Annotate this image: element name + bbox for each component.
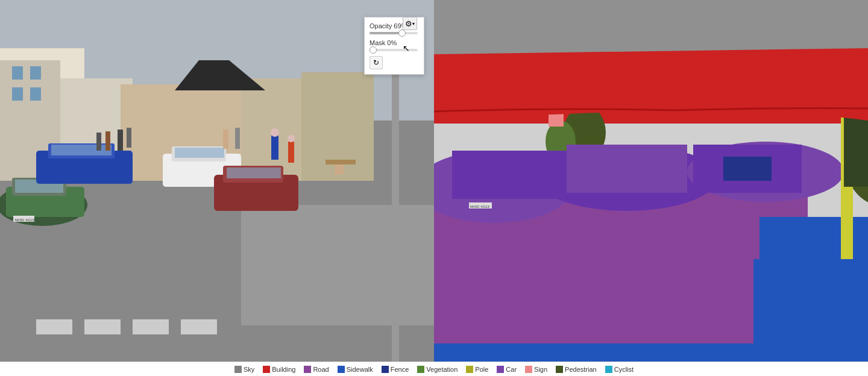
svg-rect-30 (227, 168, 281, 178)
legend-swatch-sidewalk (338, 366, 345, 373)
legend-item-car: Car (497, 366, 517, 373)
svg-rect-15 (133, 319, 169, 334)
mask-track[interactable] (370, 49, 418, 51)
legend-label-sky: Sky (244, 366, 254, 373)
legend-label-vegetation: Vegetation (426, 366, 458, 373)
legend-swatch-pole (466, 366, 473, 373)
legend-swatch-fence (382, 366, 389, 373)
svg-rect-36 (96, 133, 101, 151)
mask-label: Mask 0% (370, 39, 419, 46)
svg-rect-6 (12, 87, 23, 101)
svg-rect-32 (271, 136, 278, 160)
svg-point-33 (271, 128, 279, 137)
svg-text:M•SD 4G19: M•SD 4G19 (15, 218, 34, 222)
left-panel: M•SD 4G19 Opacity 69% Mask 0% ↻ (0, 0, 434, 362)
legend-label-road: Road (313, 366, 329, 373)
mask-control: Mask 0% (370, 39, 419, 51)
refresh-button[interactable]: ↻ (370, 56, 383, 69)
svg-rect-69 (434, 223, 753, 343)
svg-rect-14 (84, 319, 121, 334)
legend-item-cyclist: Cyclist (605, 366, 634, 373)
svg-rect-13 (36, 319, 72, 334)
legend-label-fence: Fence (391, 366, 409, 373)
legend-item-pole: Pole (466, 366, 488, 373)
svg-rect-43 (326, 160, 356, 164)
dropdown-arrow-icon: ▾ (412, 21, 415, 27)
legend-label-pedestrian: Pedestrian (565, 366, 597, 373)
main-container: M•SD 4G19 Opacity 69% Mask 0% ↻ (0, 0, 868, 362)
legend-label-pole: Pole (475, 366, 488, 373)
svg-rect-5 (30, 66, 41, 80)
legend-label-sidewalk: Sidewalk (347, 366, 373, 373)
svg-rect-38 (118, 130, 123, 151)
legend-label-sign: Sign (534, 366, 547, 373)
right-panel: M•SD 4G19 (434, 0, 868, 362)
legend-item-building: Building (263, 366, 295, 373)
svg-text:M•SD 4G19: M•SD 4G19 (470, 205, 489, 208)
legend-item-vegetation: Vegetation (417, 366, 458, 373)
svg-rect-7 (30, 87, 41, 101)
svg-rect-4 (12, 66, 23, 80)
opacity-track[interactable] (370, 32, 418, 34)
svg-rect-40 (223, 130, 228, 149)
legend-swatch-road (304, 366, 311, 373)
svg-rect-66 (567, 145, 687, 193)
legend-swatch-sign (525, 366, 532, 373)
svg-rect-39 (127, 128, 131, 148)
legend-label-cyclist: Cyclist (614, 366, 634, 373)
legend-swatch-sky (234, 366, 242, 373)
legend-item-sky: Sky (234, 366, 254, 373)
svg-rect-31 (392, 72, 399, 362)
legend-label-building: Building (272, 366, 295, 373)
legend-swatch-cyclist (605, 366, 612, 373)
legend-bar: SkyBuildingRoadSidewalkFenceVegetationPo… (0, 362, 868, 376)
settings-gear-button[interactable]: ⚙ ▾ (403, 17, 417, 30)
svg-rect-37 (105, 131, 110, 151)
svg-rect-72 (723, 157, 772, 181)
legend-swatch-pedestrian (556, 366, 563, 373)
legend-item-sidewalk: Sidewalk (338, 366, 373, 373)
svg-rect-27 (175, 148, 224, 158)
legend-item-road: Road (304, 366, 329, 373)
opacity-thumb[interactable] (398, 30, 406, 37)
legend-item-fence: Fence (382, 366, 409, 373)
legend-label-car: Car (506, 366, 517, 373)
svg-rect-17 (241, 205, 434, 325)
svg-rect-41 (235, 128, 240, 149)
mask-thumb[interactable] (370, 46, 377, 54)
gear-icon: ⚙ (405, 19, 412, 28)
svg-rect-24 (51, 145, 112, 155)
legend-swatch-building (263, 366, 270, 373)
legend-swatch-car (497, 366, 504, 373)
legend-item-pedestrian: Pedestrian (556, 366, 597, 373)
svg-point-35 (288, 135, 295, 142)
legend-item-sign: Sign (525, 366, 547, 373)
svg-rect-34 (288, 142, 294, 163)
legend-swatch-vegetation (417, 366, 424, 373)
svg-rect-16 (181, 319, 217, 334)
